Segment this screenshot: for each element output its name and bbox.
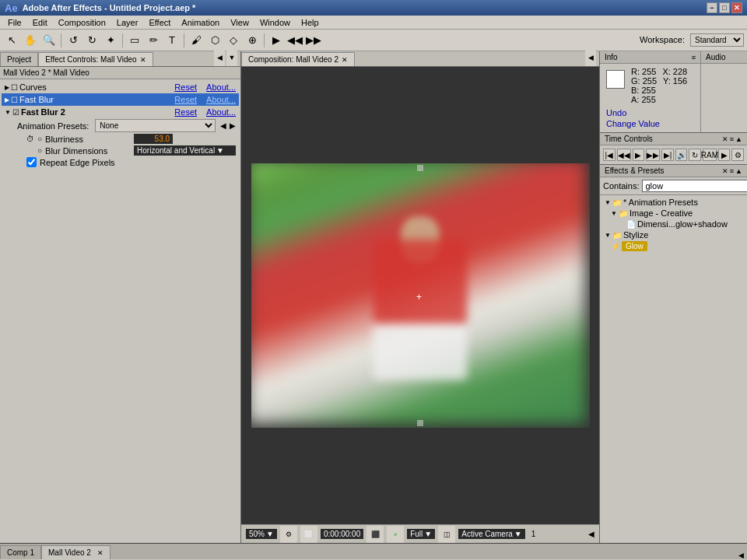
arrow-tool[interactable]: ↖ — [3, 32, 20, 49]
tc-options[interactable]: ⚙ — [731, 149, 744, 161]
menu-edit[interactable]: Edit — [28, 17, 52, 28]
effect-curves[interactable]: ▶ ☐ Curves Reset About... — [2, 81, 239, 93]
tab-mall-video-2[interactable]: Mall Video 2 ✕ — [41, 545, 110, 559]
tc-ram[interactable]: RAM — [703, 149, 717, 161]
panel-expand-btn[interactable]: ▼ — [226, 49, 237, 66]
ep-item-glow-shadow[interactable]: 📄 Dimensi...glow+shadow — [601, 219, 745, 229]
preview-ctrl-2[interactable]: ⬜ — [300, 526, 317, 543]
audio-tab[interactable]: Audio — [701, 51, 747, 64]
fastblur2-checkbox[interactable]: ☑ — [12, 108, 19, 117]
blur-dims-dropdown[interactable]: Horizontal and Vertical ▼ — [134, 145, 236, 156]
tc-ram2[interactable]: ▶ — [718, 149, 731, 161]
menu-file[interactable]: File — [3, 17, 26, 28]
tc-audio[interactable]: 🔊 — [675, 149, 688, 161]
panel-menu-btn[interactable]: ◀ — [214, 49, 225, 66]
fastblur-about[interactable]: About... — [206, 95, 236, 104]
info-tab-menu[interactable]: ≡ — [692, 54, 696, 61]
tc-play[interactable]: ▶ — [633, 149, 645, 161]
rotate-tool[interactable]: ↺ — [65, 32, 82, 49]
time-ctrl-menu[interactable]: ≡ — [730, 135, 734, 143]
ep-menu[interactable]: ≡ — [730, 167, 734, 175]
quality-display[interactable]: Full ▼ — [407, 529, 435, 539]
ep-item-glow[interactable]: ⚡ Glow — [601, 240, 745, 252]
tab-comp-mall-video-2[interactable]: Composition: Mall Video 2 ✕ — [241, 52, 355, 66]
zoom-tool[interactable]: 🔍 — [40, 32, 58, 49]
ep-expand[interactable]: ▲ — [735, 167, 742, 175]
camera-display[interactable]: Active Camera ▼ — [458, 529, 524, 539]
ep-item-stylize[interactable]: ▼ 📁 Stylize — [601, 229, 745, 240]
puppet-tool[interactable]: ⊕ — [244, 32, 261, 49]
ep-stylize-label: Stylize — [623, 230, 648, 240]
menu-layer[interactable]: Layer — [112, 17, 143, 28]
tab-effect-controls-close[interactable]: ✕ — [140, 56, 146, 64]
ep-search-input[interactable] — [642, 180, 747, 192]
menu-window[interactable]: Window — [255, 17, 295, 28]
eraser-tool[interactable]: ◇ — [225, 32, 242, 49]
pen-tool[interactable]: ✏ — [145, 32, 162, 49]
anim-preset-right[interactable]: ▶ — [230, 121, 236, 130]
ep-anim-triangle: ▼ — [605, 199, 611, 206]
rect-tool[interactable]: ▭ — [126, 32, 143, 49]
curves-checkbox[interactable]: ☐ — [11, 83, 18, 92]
time-ctrl-close[interactable]: ✕ — [722, 135, 728, 143]
fastblur2-about[interactable]: About... — [206, 107, 236, 117]
close-button[interactable]: ✕ — [731, 2, 742, 13]
comp-panel-menu[interactable]: ◀ — [585, 49, 596, 66]
curves-reset[interactable]: Reset — [174, 82, 197, 92]
fastblur-reset[interactable]: Reset — [174, 95, 197, 104]
preview-ctrl-5[interactable]: ◫ — [438, 526, 455, 543]
repeat-edge-checkbox[interactable] — [26, 157, 37, 167]
tc-prev[interactable]: ◀◀ — [617, 149, 631, 161]
minimize-button[interactable]: − — [707, 2, 717, 13]
tab-comp1[interactable]: Comp 1 — [0, 545, 41, 559]
blurriness-value[interactable]: 53.0 — [134, 134, 173, 144]
preview-ctrl-1[interactable]: ⚙ — [280, 526, 297, 543]
tab-effect-controls[interactable]: Effect Controls: Mall Video ✕ — [38, 52, 153, 66]
menu-composition[interactable]: Composition — [54, 17, 110, 28]
tc-next[interactable]: ▶▶ — [646, 149, 660, 161]
zoom-display[interactable]: 50% ▼ — [246, 529, 277, 539]
ep-item-image-creative[interactable]: ▼ 📁 Image - Creative — [601, 208, 745, 219]
tab-project[interactable]: Project — [0, 52, 38, 66]
curves-about[interactable]: About... — [206, 82, 236, 92]
menu-help[interactable]: Help — [296, 17, 324, 28]
bottom-panel-expand[interactable]: ◀ — [738, 551, 744, 559]
anim-preset-left[interactable]: ◀ — [220, 121, 226, 130]
info-tab[interactable]: Info ≡ — [600, 51, 700, 64]
handle-top[interactable] — [417, 165, 423, 171]
rotate2-tool[interactable]: ↻ — [83, 32, 100, 49]
tab-comp-close[interactable]: ✕ — [342, 56, 348, 64]
playback2-btn[interactable]: ◀◀ — [286, 32, 303, 49]
anim-presets-select[interactable]: None — [95, 119, 216, 132]
star-tool[interactable]: ✦ — [102, 32, 119, 49]
preview-right-btn[interactable]: ◀ — [588, 530, 594, 538]
time-ctrl-expand[interactable]: ▲ — [735, 135, 742, 143]
preview-ctrl-3[interactable]: ⬛ — [366, 526, 384, 543]
fastblur2-reset[interactable]: Reset — [174, 107, 197, 117]
text-tool[interactable]: T — [163, 32, 181, 49]
menu-effect[interactable]: Effect — [144, 17, 175, 28]
menu-animation[interactable]: Animation — [177, 17, 224, 28]
change-value-btn[interactable]: Change Value — [603, 118, 697, 129]
workspace-select[interactable]: Standard Animation Minimal — [690, 33, 744, 47]
undo-btn[interactable]: Undo — [603, 107, 697, 118]
effect-fast-blur[interactable]: ▶ ☐ Fast Blur Reset About... — [2, 93, 239, 106]
brush-tool[interactable]: 🖌 — [188, 32, 205, 49]
tc-first[interactable]: |◀ — [603, 149, 615, 161]
ep-close[interactable]: ✕ — [722, 167, 728, 175]
effect-fast-blur-2[interactable]: ▼ ☑ Fast Blur 2 Reset About... — [2, 106, 239, 118]
mall-video-2-close[interactable]: ✕ — [97, 549, 103, 557]
playback3-btn[interactable]: ▶▶ — [305, 32, 322, 49]
tc-loop[interactable]: ↻ — [689, 149, 701, 161]
handle-bottom[interactable] — [417, 420, 423, 426]
menu-view[interactable]: View — [226, 17, 254, 28]
playback-btn[interactable]: ▶ — [268, 32, 285, 49]
maximize-button[interactable]: □ — [719, 2, 730, 13]
blurriness-stopwatch[interactable]: ⏱ — [26, 135, 34, 143]
preview-ctrl-4[interactable]: ● — [387, 526, 404, 543]
stamp-tool[interactable]: ⬡ — [206, 32, 223, 49]
tc-last[interactable]: ▶| — [661, 149, 674, 161]
hand-tool[interactable]: ✋ — [22, 32, 39, 49]
ep-item-anim-presets[interactable]: ▼ 📁 * Animation Presets — [601, 197, 745, 208]
fastblur-checkbox[interactable]: ☐ — [11, 96, 18, 104]
